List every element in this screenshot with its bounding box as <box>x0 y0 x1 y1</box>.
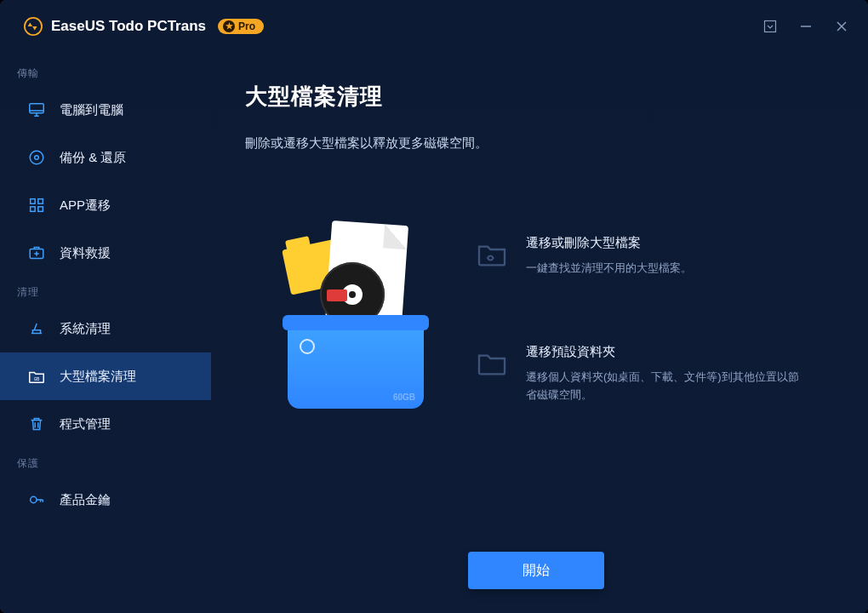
sidebar-item-app-migration[interactable]: APP遷移 <box>0 181 211 229</box>
first-aid-icon <box>27 243 46 262</box>
star-icon <box>223 20 235 32</box>
trash-icon <box>27 415 46 433</box>
svg-rect-11 <box>31 199 36 204</box>
sidebar-section-transfer: 傳輸 <box>0 58 211 86</box>
sidebar-item-label: 資料救援 <box>60 245 111 261</box>
option-desc: 一鍵查找並清理不用的大型檔案。 <box>526 260 692 278</box>
broom-icon <box>27 319 46 338</box>
option-migrate-delete-large[interactable]: 遷移或刪除大型檔案 一鍵查找並清理不用的大型檔案。 <box>473 235 827 278</box>
pro-label: Pro <box>238 20 255 32</box>
grid-icon <box>27 196 46 215</box>
sidebar-item-label: 產品金鑰 <box>60 492 111 508</box>
minimize-button[interactable] <box>798 19 814 34</box>
folder-icon <box>473 344 511 381</box>
svg-point-17 <box>31 496 37 502</box>
window-controls <box>762 19 849 34</box>
start-button[interactable]: 開始 <box>468 552 604 589</box>
option-desc: 遷移個人資料夾(如桌面、下載、文件等)到其他位置以節省磁碟空間。 <box>526 369 807 404</box>
page-title: 大型檔案清理 <box>245 82 827 112</box>
sidebar-item-label: 程式管理 <box>60 416 111 433</box>
sidebar-item-pc-to-pc[interactable]: 電腦到電腦 <box>0 86 211 134</box>
option-title: 遷移或刪除大型檔案 <box>526 235 692 251</box>
close-button[interactable] <box>834 19 849 34</box>
main-content: 大型檔案清理 刪除或遷移大型檔案以釋放更多磁碟空間。 60GB <box>211 53 868 613</box>
hero-capacity: 60GB <box>393 392 415 402</box>
monitor-icon <box>27 100 46 119</box>
svg-rect-1 <box>765 21 776 32</box>
recycle-icon <box>300 339 315 354</box>
sidebar-section-cleanup: 清理 <box>0 277 211 305</box>
pro-badge: Pro <box>218 19 264 34</box>
dropdown-menu-button[interactable] <box>762 19 778 34</box>
app-name: EaseUS Todo PCTrans <box>51 18 206 35</box>
sidebar-item-label: 電腦到電腦 <box>60 102 123 118</box>
svg-rect-5 <box>30 104 44 113</box>
sidebar-item-label: 備份 & 還原 <box>60 150 126 166</box>
sidebar-item-large-file-cleanup[interactable]: GB 大型檔案清理 <box>0 352 211 400</box>
sidebar-item-label: 系統清理 <box>60 321 111 337</box>
sidebar-item-data-rescue[interactable]: 資料救援 <box>0 229 211 277</box>
option-title: 遷移預設資料夾 <box>526 344 807 360</box>
svg-point-9 <box>30 151 43 164</box>
titlebar: EaseUS Todo PCTrans Pro <box>0 0 868 53</box>
folder-gb-icon: GB <box>27 367 46 386</box>
sidebar-section-protect: 保護 <box>0 448 211 476</box>
sidebar-item-app-management[interactable]: 程式管理 <box>0 400 211 448</box>
hero-illustration: 60GB <box>262 228 449 415</box>
brand-icon <box>24 17 43 36</box>
svg-rect-14 <box>38 207 43 212</box>
sidebar: 傳輸 電腦到電腦 備份 & 還原 APP遷移 <box>0 53 211 613</box>
folder-scan-icon <box>473 235 511 272</box>
sidebar-item-backup-restore[interactable]: 備份 & 還原 <box>0 134 211 181</box>
key-icon <box>27 490 46 509</box>
sidebar-item-label: 大型檔案清理 <box>60 369 136 385</box>
svg-text:GB: GB <box>34 377 40 381</box>
sidebar-item-product-key[interactable]: 產品金鑰 <box>0 476 211 524</box>
page-subtitle: 刪除或遷移大型檔案以釋放更多磁碟空間。 <box>245 135 827 152</box>
sidebar-item-label: APP遷移 <box>60 198 111 214</box>
disc-icon <box>27 148 46 167</box>
sidebar-item-system-cleanup[interactable]: 系統清理 <box>0 305 211 352</box>
svg-rect-12 <box>38 199 43 204</box>
svg-point-10 <box>35 156 39 160</box>
svg-rect-13 <box>31 207 36 212</box>
app-logo: EaseUS Todo PCTrans Pro <box>24 17 264 36</box>
option-migrate-default-folders[interactable]: 遷移預設資料夾 遷移個人資料夾(如桌面、下載、文件等)到其他位置以節省磁碟空間。 <box>473 344 827 404</box>
